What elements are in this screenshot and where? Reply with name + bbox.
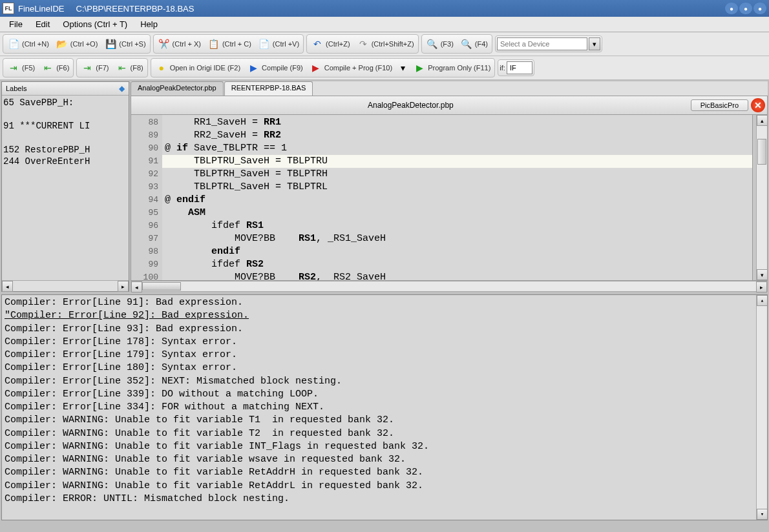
labels-list-item[interactable]: 152 RestorePBP_H bbox=[3, 144, 127, 156]
vscroll-thumb[interactable] bbox=[757, 139, 766, 165]
gutter-line: 95 bbox=[131, 207, 162, 220]
menu-help[interactable]: Help bbox=[134, 17, 164, 32]
open-button[interactable]: 📂 (Ctrl +O) bbox=[53, 36, 100, 52]
bookmark-f8-button[interactable]: ⇤ (F8) bbox=[113, 60, 146, 76]
menu-edit[interactable]: Edit bbox=[29, 17, 56, 32]
output-line[interactable]: Compiler: Error[Line 180]: Syntax error. bbox=[5, 362, 764, 374]
menu-file[interactable]: File bbox=[3, 17, 29, 32]
output-line[interactable]: Compiler: Error[Line 91]: Bad expression… bbox=[5, 296, 764, 309]
new-button[interactable]: 📄 (Ctrl +N) bbox=[5, 36, 52, 52]
find-icon: 🔍 bbox=[426, 37, 439, 50]
labels-hscroll[interactable]: ◂ ▸ bbox=[2, 280, 129, 291]
device-select-input[interactable] bbox=[497, 37, 587, 50]
close-window-button[interactable]: ● bbox=[753, 3, 766, 14]
code-line[interactable]: TBLPTRL_SaveH = TBLPTRL bbox=[162, 181, 752, 194]
compile-prog-button[interactable]: ▶ Compile + Prog (F10) bbox=[307, 60, 395, 76]
labels-list[interactable]: 65 SavePBP_H: 91 ***CURRENT LI 152 Resto… bbox=[2, 96, 129, 280]
code-line[interactable]: RR2_SaveH = RR2 bbox=[162, 129, 752, 142]
cut-button[interactable]: ✂️ (Ctrl + X) bbox=[155, 36, 204, 52]
find-next-icon: 🔍 bbox=[460, 37, 473, 50]
compile-button[interactable]: ▶ Compile (F9) bbox=[244, 60, 306, 76]
file-path: C:\PBP\REENTERPBP-18.BAS bbox=[76, 4, 195, 14]
scroll-left-button[interactable]: ◂ bbox=[131, 281, 142, 292]
labels-list-item[interactable]: 244 OverReEnterH bbox=[3, 156, 127, 167]
menu-options[interactable]: Options (Ctrl + T) bbox=[56, 17, 134, 32]
hscroll-thumb[interactable] bbox=[142, 282, 181, 291]
output-line[interactable]: Compiler: Error[Line 334]: FOR without a… bbox=[5, 401, 764, 414]
editor-close-button[interactable]: ✕ bbox=[751, 98, 765, 112]
labels-list-item[interactable] bbox=[3, 132, 127, 144]
labels-header[interactable]: Labels ◆ bbox=[2, 82, 129, 96]
code-line[interactable]: TBLPTRU_SaveH = TBLPTRU bbox=[162, 155, 752, 168]
output-line[interactable]: Compiler: WARNING: Unable to fit variabl… bbox=[5, 453, 764, 466]
output-line[interactable]: "Compiler: Error[Line 92]: Bad expressio… bbox=[5, 309, 764, 322]
output-line[interactable]: Compiler: Error[Line 352]: NEXT: Mismatc… bbox=[5, 375, 764, 388]
output-line[interactable]: Compiler: ERROR: UNTIL: Mismatched block… bbox=[5, 493, 764, 506]
minimize-button[interactable]: ● bbox=[725, 3, 738, 14]
code-line[interactable]: ifdef RS2 bbox=[162, 258, 752, 271]
paste-button[interactable]: 📄 (Ctrl +V) bbox=[255, 36, 302, 52]
code-line[interactable]: @ if Save_TBLPTR == 1 bbox=[162, 142, 752, 155]
gutter-line: 94 bbox=[131, 194, 162, 207]
tab-reenterpbp[interactable]: REENTERPBP-18.BAS bbox=[224, 81, 313, 96]
labels-list-item[interactable] bbox=[3, 108, 127, 120]
save-button[interactable]: 💾 (Ctrl +S) bbox=[101, 36, 148, 52]
output-line[interactable]: Compiler: WARNING: Unable to fit variabl… bbox=[5, 427, 764, 440]
find-next-button[interactable]: 🔍 (F4) bbox=[458, 36, 490, 52]
output-line[interactable]: Compiler: WARNING: Unable to fit variabl… bbox=[5, 466, 764, 479]
editor-hscroll[interactable]: ◂ ▸ bbox=[131, 281, 768, 292]
code-line[interactable]: MOVE?BB RS2, RS2 SaveH bbox=[162, 271, 752, 281]
scroll-right-button[interactable]: ▸ bbox=[118, 281, 129, 292]
tab-analogpeak[interactable]: AnalogPeakDetector.pbp bbox=[131, 81, 224, 96]
output-line[interactable]: Compiler: Error[Line 178]: Syntax error. bbox=[5, 336, 764, 349]
scroll-right-button[interactable]: ▸ bbox=[756, 281, 767, 292]
save-icon: 💾 bbox=[104, 37, 117, 50]
code-line[interactable]: ASM bbox=[162, 207, 752, 220]
output-line[interactable]: Compiler: Error[Line 339]: DO without a … bbox=[5, 388, 764, 401]
output-line[interactable]: Compiler: WARNING: Unable to fit variabl… bbox=[5, 480, 764, 493]
scroll-down-button[interactable]: ▾ bbox=[757, 269, 768, 280]
scroll-track[interactable] bbox=[13, 281, 118, 291]
open-icon: 📂 bbox=[56, 37, 68, 50]
maximize-button[interactable]: ● bbox=[739, 3, 752, 14]
undo-button[interactable]: ↶ (Ctrl+Z) bbox=[308, 36, 353, 52]
gutter-line: 90 bbox=[131, 142, 162, 155]
code-line[interactable]: RR1_SaveH = RR1 bbox=[162, 116, 752, 129]
output-line[interactable]: Compiler: WARNING: Unable to fit variabl… bbox=[5, 414, 764, 427]
device-dropdown-button[interactable]: ▾ bbox=[589, 37, 600, 50]
code-line[interactable]: TBLPTRH_SaveH = TBLPTRH bbox=[162, 168, 752, 181]
copy-button[interactable]: 📋 (Ctrl + C) bbox=[205, 36, 254, 52]
bookmark-f6-button[interactable]: ⇤ (F6) bbox=[39, 60, 72, 76]
bookmark-f7-button[interactable]: ⇥ (F7) bbox=[78, 60, 111, 76]
program-only-button[interactable]: ▶ Program Only (F11) bbox=[410, 60, 493, 76]
scroll-down-button[interactable]: ▾ bbox=[757, 509, 768, 520]
scroll-up-button[interactable]: ▴ bbox=[757, 295, 768, 306]
if-input[interactable] bbox=[507, 61, 532, 74]
editor-vscroll[interactable]: ▴ ▾ bbox=[756, 115, 767, 280]
code-line[interactable]: MOVE?BB RS1, _RS1_SaveH bbox=[162, 232, 752, 245]
scroll-left-button[interactable]: ◂ bbox=[2, 281, 13, 292]
chevron-down-icon[interactable]: ▾ bbox=[396, 61, 409, 74]
output-vscroll[interactable]: ▴ ▾ bbox=[756, 295, 767, 520]
output-line[interactable]: Compiler: Error[Line 179]: Syntax error. bbox=[5, 349, 764, 362]
code-line[interactable]: ifdef RS1 bbox=[162, 220, 752, 232]
open-origi-button[interactable]: ● Open in Origi IDE (F2) bbox=[153, 60, 243, 76]
labels-panel: Labels ◆ 65 SavePBP_H: 91 ***CURRENT LI … bbox=[1, 81, 129, 292]
output-line[interactable]: Compiler: Error[Line 93]: Bad expression… bbox=[5, 323, 764, 336]
code-line[interactable]: @ endif bbox=[162, 194, 752, 207]
scroll-up-button[interactable]: ▴ bbox=[757, 115, 768, 126]
bookmark-f5-button[interactable]: ⇥ (F5) bbox=[5, 60, 37, 76]
output-line[interactable]: Compiler: WARNING: Unable to fit variabl… bbox=[5, 440, 764, 453]
find-button[interactable]: 🔍 (F3) bbox=[423, 36, 456, 52]
compiler-output[interactable]: Compiler: Error[Line 91]: Bad expression… bbox=[1, 294, 768, 520]
toolbar-row-1: 📄 (Ctrl +N) 📂 (Ctrl +O) 💾 (Ctrl +S) ✂️ (… bbox=[0, 32, 769, 56]
window-controls: ● ● ● bbox=[725, 3, 766, 14]
labels-list-item[interactable]: 65 SavePBP_H: bbox=[3, 97, 127, 108]
labels-list-item[interactable]: 91 ***CURRENT LI bbox=[3, 120, 127, 132]
code-line[interactable]: endif bbox=[162, 245, 752, 258]
code-editor[interactable]: RR1_SaveH = RR1 RR2_SaveH = RR2@ if Save… bbox=[162, 115, 752, 280]
editor-language-button[interactable]: PicBasicPro bbox=[691, 99, 748, 111]
chevron-down-icon: ▾ bbox=[593, 40, 596, 48]
redo-icon: ↷ bbox=[357, 37, 370, 50]
redo-button[interactable]: ↷ (Ctrl+Shift+Z) bbox=[354, 36, 417, 52]
